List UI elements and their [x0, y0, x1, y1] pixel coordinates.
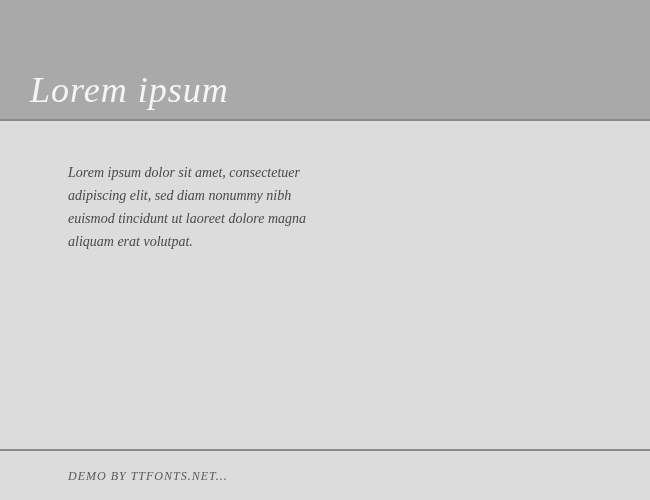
footer-text: DEMO BY TTFONTS.NET... [68, 469, 582, 484]
content-area: Lorem ipsum dolor sit amet, consectetuer… [0, 121, 650, 451]
header-banner: Lorem ipsum [0, 0, 650, 119]
body-paragraph: Lorem ipsum dolor sit amet, consectetuer… [68, 161, 328, 253]
footer-area: DEMO BY TTFONTS.NET... [0, 451, 650, 500]
page-title: Lorem ipsum [30, 69, 229, 111]
